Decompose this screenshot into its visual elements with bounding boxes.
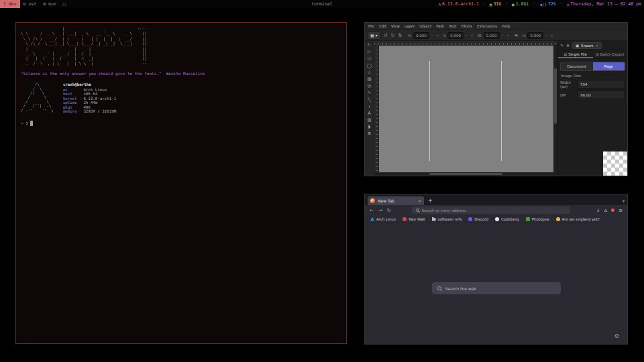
flip-vertical-button[interactable]: ⇅ bbox=[398, 33, 402, 38]
bookmark-item[interactable]: Arch Linux bbox=[370, 217, 396, 221]
coordinate-field[interactable]: X: 0.000 − + bbox=[408, 32, 439, 39]
coordinate-field[interactable]: W: 0.000 − + bbox=[478, 32, 511, 39]
rotate-ccw-button[interactable]: ↺ bbox=[384, 33, 388, 38]
tab-close-icon[interactable]: × bbox=[418, 198, 421, 203]
close-icon[interactable]: × bbox=[595, 44, 598, 48]
status-module: ◀)) 72% bbox=[533, 1, 556, 7]
menu-item[interactable]: Edit bbox=[379, 24, 386, 28]
field-value[interactable]: 0.000 bbox=[447, 32, 464, 39]
record-indicator-icon[interactable] bbox=[611, 208, 614, 212]
workspace-tag-ust[interactable]: ⚙ ust bbox=[20, 0, 40, 8]
inkscape-canvas[interactable] bbox=[379, 46, 553, 172]
export-tab[interactable]: ▣ Export × bbox=[572, 42, 602, 49]
field-value[interactable]: 0.000 bbox=[413, 32, 429, 39]
field-value[interactable]: 0.000 bbox=[484, 32, 500, 39]
shell-prompt[interactable]: ~ ❯ bbox=[21, 121, 341, 126]
stepper-buttons[interactable]: − + bbox=[431, 34, 440, 38]
bookmark-item[interactable]: Discord bbox=[468, 217, 488, 221]
field-label: X: bbox=[408, 34, 412, 38]
layers-dialog-icon[interactable]: ≣ bbox=[566, 43, 570, 48]
coordinate-field[interactable]: Y: 0.000 − + bbox=[443, 32, 474, 39]
stepper-buttons[interactable]: − + bbox=[545, 34, 554, 38]
export-document-button[interactable]: Document bbox=[561, 62, 593, 70]
stepper-buttons[interactable]: − + bbox=[501, 34, 511, 38]
bookmark-item[interactable]: Codeberg bbox=[495, 217, 519, 221]
field-label: H: bbox=[522, 34, 526, 38]
bookmark-label: Are we england yet? bbox=[562, 217, 600, 221]
dpi-label: DPI bbox=[560, 93, 575, 97]
fetch-label: memory bbox=[63, 109, 81, 114]
batch-export-label: Batch Export bbox=[600, 52, 625, 56]
stepper-buttons[interactable]: − + bbox=[465, 34, 474, 38]
bookmark-item[interactable]: Tate Wall bbox=[402, 217, 425, 221]
menu-item[interactable]: Text bbox=[449, 24, 456, 28]
search-placeholder: Search the web bbox=[445, 286, 477, 291]
menu-item[interactable]: Layer bbox=[405, 24, 415, 28]
scrollbar-thumb[interactable] bbox=[554, 68, 557, 124]
field-value[interactable]: 0.000 bbox=[527, 32, 543, 39]
gradient-tool-icon[interactable]: ▥ bbox=[367, 118, 371, 123]
dpi-input[interactable]: 96.00 bbox=[577, 90, 625, 99]
menu-item[interactable]: Filters bbox=[461, 24, 472, 28]
height-field[interactable]: H: 0.000 − + bbox=[522, 32, 554, 39]
box3d-tool-icon[interactable]: ▧ bbox=[367, 77, 371, 82]
single-file-tab[interactable]: ▤ Single File bbox=[558, 50, 593, 58]
fetch-value: 3295M / 32019M bbox=[83, 109, 116, 113]
bookmark-item[interactable]: Are we england yet? bbox=[556, 217, 600, 221]
menu-item[interactable]: Object bbox=[419, 24, 431, 28]
list-tabs-icon[interactable]: ▾ bbox=[623, 198, 625, 203]
calligraphy-tool-icon[interactable]: ≀ bbox=[368, 105, 370, 109]
browser-tab[interactable]: New Tab × bbox=[368, 196, 424, 205]
terminal-window[interactable]: | ···· \ \ / _ \ | __| _ \ __ `__ \ _ \ … bbox=[15, 22, 347, 344]
export-page-button[interactable]: Page bbox=[593, 62, 625, 70]
home-icon[interactable]: ⌂ bbox=[604, 208, 607, 213]
back-button[interactable]: ← bbox=[370, 208, 374, 213]
browser-tabbar: New Tab × + ▾ bbox=[365, 194, 627, 205]
bookmark-item[interactable]: software refs bbox=[432, 217, 462, 221]
personalize-gear-icon[interactable]: ⚙ bbox=[614, 333, 619, 339]
menu-item[interactable]: Path bbox=[436, 24, 444, 28]
fill-stroke-dialog-icon[interactable]: ✎ bbox=[560, 43, 564, 48]
web-search-box[interactable]: Search the web bbox=[432, 282, 561, 294]
scrollbar-thumb[interactable] bbox=[429, 173, 502, 175]
arch-linux-favicon bbox=[370, 217, 374, 221]
menu-item[interactable]: View bbox=[391, 24, 400, 28]
tate-wall-favicon bbox=[402, 217, 407, 221]
image-size-label: Image Size bbox=[561, 74, 625, 78]
menu-icon[interactable]: ≡ bbox=[619, 208, 623, 213]
ellipse-tool-icon[interactable]: ◯ bbox=[367, 64, 372, 68]
horizontal-scrollbar[interactable] bbox=[374, 172, 557, 176]
rotate-cw-button[interactable]: ↻ bbox=[391, 33, 395, 38]
workspace-tag-dev[interactable]: 1 dev bbox=[0, 0, 20, 8]
reload-button[interactable]: ↻ bbox=[387, 208, 391, 213]
width-input[interactable]: 794 bbox=[577, 80, 625, 88]
menu-item[interactable]: File bbox=[368, 24, 374, 28]
spiral-tool-icon[interactable]: ◎ bbox=[368, 84, 372, 88]
england-favicon bbox=[556, 217, 560, 221]
bookmark-label: Arch Linux bbox=[376, 217, 396, 221]
pencil-tool-icon[interactable]: ∿ bbox=[368, 90, 371, 95]
lock-ratio-icon[interactable]: ∞ bbox=[515, 33, 519, 38]
batch-export-tab[interactable]: ▥ Batch Export bbox=[593, 50, 628, 58]
menu-item[interactable]: Extensions bbox=[477, 24, 497, 28]
menu-item[interactable]: Help bbox=[502, 24, 511, 28]
node-tool-icon[interactable]: ▷ bbox=[368, 50, 371, 54]
address-bar[interactable]: Search or enter address bbox=[412, 206, 570, 214]
bookmark-item[interactable]: Photopea bbox=[526, 217, 549, 221]
tool-mode-dropdown[interactable]: ▦ ▾ bbox=[368, 32, 380, 40]
status-module: Λ 6.13.8-arch1-1 bbox=[438, 1, 478, 7]
new-tab-button[interactable]: + bbox=[428, 198, 433, 204]
workspace-tag-mux[interactable]: ⊞ mux bbox=[40, 0, 60, 8]
star-tool-icon[interactable]: ☆ bbox=[368, 70, 372, 75]
selector-tool-icon[interactable]: ↖ bbox=[368, 43, 371, 48]
rectangle-tool-icon[interactable]: ▭ bbox=[367, 56, 371, 61]
export-tab-label: Export bbox=[581, 44, 593, 48]
workspace-tag-empty[interactable]: □ bbox=[60, 0, 69, 8]
measure-tool-icon[interactable]: ⊕ bbox=[368, 131, 371, 136]
bookmark-label: Photopea bbox=[532, 217, 549, 221]
pen-tool-icon[interactable]: ╲ bbox=[368, 98, 371, 103]
text-tool-icon[interactable]: A bbox=[368, 111, 370, 116]
dropper-tool-icon[interactable]: ◗ bbox=[368, 125, 370, 129]
downloads-icon[interactable]: ↓ bbox=[596, 208, 600, 213]
forward-button[interactable]: → bbox=[378, 208, 382, 213]
